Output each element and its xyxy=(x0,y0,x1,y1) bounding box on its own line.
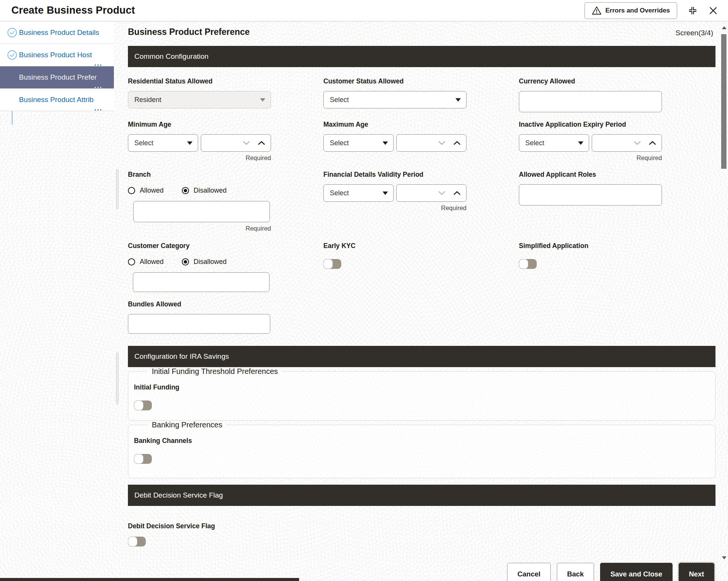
next-button[interactable]: Next xyxy=(679,563,714,581)
customer-category-allowed-radio[interactable]: Allowed xyxy=(128,258,164,266)
minimum-age-unit-select[interactable]: Select xyxy=(128,134,198,152)
bundles-allowed-input[interactable] xyxy=(128,314,270,334)
collapse-window-button[interactable] xyxy=(687,5,698,16)
chevron-down-icon xyxy=(455,98,461,102)
initial-funding-toggle[interactable] xyxy=(134,400,152,410)
footer-action-bar: Cancel Back Save and Close Next xyxy=(507,563,714,581)
wizard-step-business-product-attributes[interactable]: Business Product Attrib ... xyxy=(0,89,114,111)
close-window-button[interactable] xyxy=(708,6,718,16)
save-and-close-button[interactable]: Save and Close xyxy=(600,563,673,581)
toggle-knob xyxy=(134,400,143,410)
wizard-step-business-product-details[interactable]: Business Product Details xyxy=(0,22,114,44)
section-header-ira-savings: Configuration for IRA Savings xyxy=(128,346,715,367)
errors-and-overrides-label: Errors and Overrides xyxy=(605,7,670,14)
select-placeholder: Select xyxy=(134,139,153,147)
field-label: Banking Channels xyxy=(134,437,708,445)
wizard-step-business-product-host[interactable]: Business Product Host ... xyxy=(0,44,114,66)
field-label: Financial Details Validity Period xyxy=(323,171,466,179)
field-label: Customer Status Allowed xyxy=(323,77,466,85)
stepper-decrement-button[interactable] xyxy=(242,140,251,146)
customer-category-disallowed-radio[interactable]: Disallowed xyxy=(182,258,227,266)
minimum-age-value-input[interactable] xyxy=(206,139,236,148)
banking-channels-toggle[interactable] xyxy=(134,454,152,464)
window-header: Create Business Product Errors and Overr… xyxy=(0,0,728,21)
screen-content: Business Product Preference Screen(3/4) … xyxy=(128,22,715,546)
banking-preferences-group: Banking Preferences Banking Channels xyxy=(128,421,715,478)
residential-status-select[interactable]: Resident xyxy=(128,91,271,108)
field-label: Residential Status Allowed xyxy=(128,77,271,85)
select-placeholder: Select xyxy=(330,189,349,197)
group-legend: Banking Preferences xyxy=(147,421,227,429)
maximum-age-stepper[interactable] xyxy=(396,134,466,152)
stepper-increment-button[interactable] xyxy=(452,190,462,196)
branch-allowed-radio[interactable]: Allowed xyxy=(128,187,164,195)
allowed-applicant-roles-input[interactable] xyxy=(519,184,662,206)
inactive-expiry-value-input[interactable] xyxy=(597,139,627,148)
maximum-age-value-input[interactable] xyxy=(401,139,431,148)
field-customer-category: Customer Category Allowed Disallowed Bun… xyxy=(128,242,271,334)
debit-decision-service-flag-toggle[interactable] xyxy=(128,537,146,546)
cancel-button[interactable]: Cancel xyxy=(507,563,551,581)
radio-checked-icon xyxy=(182,258,189,265)
customer-category-input[interactable] xyxy=(133,272,269,292)
radio-label: Allowed xyxy=(140,258,164,266)
field-early-kyc: Early KYC xyxy=(323,242,466,269)
financial-validity-value-input[interactable] xyxy=(401,189,431,198)
group-legend: Initial Funding Threshold Preferences xyxy=(147,367,282,376)
back-button[interactable]: Back xyxy=(557,563,594,581)
select-placeholder: Select xyxy=(525,139,544,147)
close-icon xyxy=(709,6,717,15)
wizard-step-business-product-preference-active[interactable]: Business Product Prefer ... xyxy=(0,66,114,89)
stepper-increment-button[interactable] xyxy=(648,140,657,146)
field-label: Minimum Age xyxy=(128,121,271,129)
simplified-application-toggle[interactable] xyxy=(519,259,537,269)
inactive-expiry-stepper[interactable] xyxy=(592,134,662,152)
radio-label: Allowed xyxy=(140,187,164,195)
panel-scrollbar-segment[interactable] xyxy=(116,169,118,209)
customer-status-select[interactable]: Select xyxy=(323,91,466,108)
step-truncation-ellipsis: ... xyxy=(94,61,102,66)
stepper-decrement-button[interactable] xyxy=(437,190,446,196)
scrollbar-down-arrow[interactable] xyxy=(722,556,726,559)
currency-allowed-input[interactable] xyxy=(519,91,662,112)
radio-label: Disallowed xyxy=(194,258,227,266)
field-label: Debit Decision Service Flag xyxy=(128,522,715,530)
stepper-decrement-button[interactable] xyxy=(437,140,446,146)
radio-unchecked-icon xyxy=(128,258,135,265)
chevron-down-icon xyxy=(578,141,583,145)
branch-disallowed-radio[interactable]: Disallowed xyxy=(182,187,227,195)
required-hint: Required xyxy=(128,225,271,232)
select-placeholder: Select xyxy=(330,96,349,104)
stepper-increment-button[interactable] xyxy=(452,140,462,146)
field-allowed-applicant-roles: Allowed Applicant Roles xyxy=(519,171,662,206)
inactive-expiry-unit-select[interactable]: Select xyxy=(519,134,589,152)
step-label: Business Product Host xyxy=(19,51,92,59)
field-label: Allowed Applicant Roles xyxy=(519,171,662,179)
stepper-decrement-button[interactable] xyxy=(633,140,642,146)
stepper-increment-button[interactable] xyxy=(257,140,266,146)
field-branch: Branch Allowed Disallowed Required xyxy=(128,171,271,232)
scrollbar-up-arrow[interactable] xyxy=(722,26,726,29)
radio-label: Disallowed xyxy=(194,187,227,195)
field-residential-status-allowed: Residential Status Allowed Resident xyxy=(128,77,271,108)
radio-checked-icon xyxy=(182,187,189,194)
financial-validity-unit-select[interactable]: Select xyxy=(323,184,394,202)
maximum-age-unit-select[interactable]: Select xyxy=(323,134,394,152)
create-business-product-window: Create Business Product Errors and Overr… xyxy=(0,0,728,581)
errors-and-overrides-button[interactable]: Errors and Overrides xyxy=(585,2,677,19)
scrollbar-thumb[interactable] xyxy=(721,34,726,169)
early-kyc-toggle[interactable] xyxy=(323,259,341,269)
field-label: Branch xyxy=(128,171,271,179)
chevron-down-icon xyxy=(187,141,192,145)
bottom-bar-fragment xyxy=(0,578,299,581)
panel-scrollbar-segment[interactable] xyxy=(116,353,118,404)
field-label: Simplified Application xyxy=(519,242,662,250)
branch-input[interactable] xyxy=(133,201,270,222)
field-label: Maximum Age xyxy=(323,121,466,129)
minimum-age-stepper[interactable] xyxy=(201,134,271,152)
field-label: Customer Category xyxy=(128,242,271,250)
step-truncation-ellipsis: ... xyxy=(94,105,102,111)
field-label: Initial Funding xyxy=(134,383,708,391)
financial-validity-stepper[interactable] xyxy=(396,184,466,202)
field-minimum-age: Minimum Age Select Required xyxy=(128,121,271,162)
